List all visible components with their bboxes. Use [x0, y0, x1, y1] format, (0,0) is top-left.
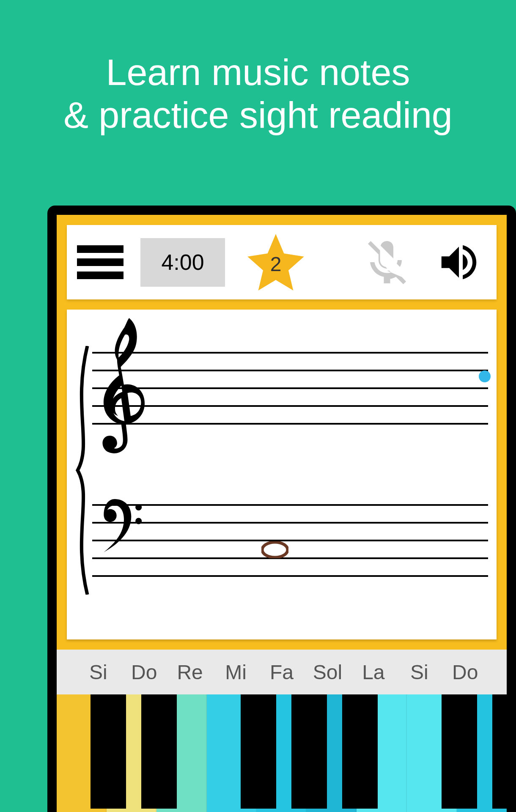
black-key[interactable]: [342, 694, 378, 809]
piano-keyboard: [57, 694, 507, 812]
svg-point-1: [135, 518, 142, 524]
sound-toggle[interactable]: [431, 235, 486, 290]
toolbar: 4:00 2: [67, 225, 497, 299]
note-label: Fa: [259, 661, 305, 684]
note-label: La: [351, 661, 396, 684]
timer-value: 4:00: [161, 250, 204, 275]
volume-icon: [436, 239, 482, 285]
note-label: Do: [442, 661, 488, 684]
bass-clef-icon: [101, 499, 147, 554]
treble-clef-icon: [99, 318, 154, 453]
black-key[interactable]: [442, 694, 477, 809]
grand-staff: [75, 326, 488, 623]
black-key[interactable]: [492, 694, 516, 809]
promo-headline: Learn music notes & practice sight readi…: [0, 0, 516, 136]
note-label: Si: [75, 661, 121, 684]
score-star[interactable]: 2: [242, 228, 310, 296]
note-label: Mi: [213, 661, 258, 684]
black-key[interactable]: [91, 694, 126, 809]
note-label: Si: [396, 661, 442, 684]
note-label: Sol: [305, 661, 350, 684]
progress-indicator: [479, 370, 491, 382]
black-key[interactable]: [291, 694, 327, 809]
black-key[interactable]: [141, 694, 177, 809]
menu-icon[interactable]: [77, 245, 124, 279]
headline-line2: & practice sight reading: [0, 93, 516, 136]
headline-line1: Learn music notes: [0, 51, 516, 93]
timer-display[interactable]: 4:00: [140, 238, 225, 287]
phone-frame: 4:00 2: [47, 206, 516, 812]
star-count: 2: [270, 252, 282, 276]
mic-off-icon: [362, 237, 412, 288]
current-note: [261, 541, 288, 558]
note-label: Do: [121, 661, 167, 684]
staff-card: [67, 310, 497, 639]
staff-brace-icon: [73, 346, 92, 595]
app-screen: 4:00 2: [57, 215, 507, 812]
note-name-strip: Si Do Re Mi Fa Sol La Si Do: [57, 650, 507, 694]
mic-toggle[interactable]: [360, 235, 414, 290]
note-label: Re: [167, 661, 213, 684]
bass-staff: [92, 504, 488, 577]
svg-point-0: [135, 504, 142, 510]
svg-point-2: [262, 542, 288, 557]
black-key[interactable]: [241, 694, 276, 809]
